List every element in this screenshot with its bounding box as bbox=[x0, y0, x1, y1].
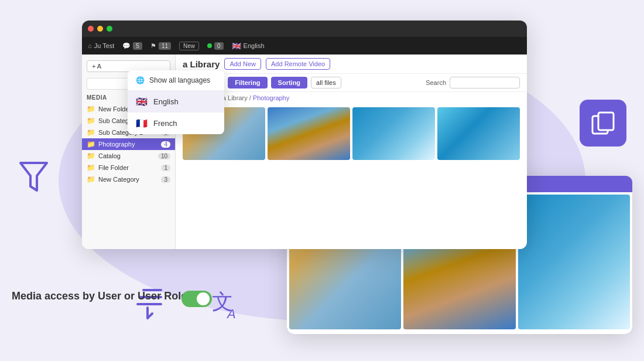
nav-home[interactable]: ⌂ Ju Test bbox=[88, 42, 114, 49]
sidebar-label: New Category bbox=[98, 176, 158, 183]
globe-icon: 🌐 bbox=[136, 76, 145, 84]
nav-comments[interactable]: 💬 5 bbox=[122, 42, 142, 50]
folder-icon: 📁 bbox=[87, 152, 95, 160]
toggle-container[interactable] bbox=[181, 291, 212, 307]
sorting-button[interactable]: Sorting bbox=[271, 77, 308, 88]
language-dropdown: 🌐 Show all languages 🇬🇧 English 🇫🇷 Frenc… bbox=[128, 70, 224, 134]
main-content: a Library Add New Add Remote Video Bulk … bbox=[176, 55, 527, 249]
add-new-button[interactable]: Add New bbox=[224, 58, 261, 70]
photo-underwater[interactable] bbox=[268, 107, 350, 160]
sidebar-count: 4 bbox=[161, 141, 170, 148]
photo-grid bbox=[176, 104, 527, 164]
nav-bar: ⌂ Ju Test 💬 5 ⚑ 11 New 0 🇬🇧 English bbox=[82, 37, 527, 55]
language-option-french[interactable]: 🇫🇷 French bbox=[128, 113, 224, 134]
search-label: Search bbox=[426, 79, 446, 86]
filter-icon bbox=[18, 158, 50, 203]
dot-yellow bbox=[97, 26, 103, 32]
notification-icon: ⚑ bbox=[150, 42, 156, 50]
translate-icon: 文 A bbox=[211, 287, 246, 329]
sidebar-item-filefolder[interactable]: 📁 File Folder 1 bbox=[82, 162, 175, 173]
filtering-button[interactable]: Filtering bbox=[228, 77, 267, 88]
folder-icon: 📁 bbox=[87, 140, 95, 148]
french-label: French bbox=[153, 119, 177, 128]
bottom-text: Media access by User or User Role bbox=[12, 290, 187, 302]
svg-text:A: A bbox=[226, 306, 236, 321]
photo-boat-2 bbox=[518, 195, 630, 329]
comments-count: 5 bbox=[133, 42, 142, 50]
nav-site-name: Ju Test bbox=[94, 42, 115, 49]
copy-icon-box bbox=[580, 100, 626, 147]
folder-icon: 📁 bbox=[87, 164, 95, 172]
dot-red bbox=[88, 26, 94, 32]
bottom-text-label: Media access by User or User Role bbox=[12, 290, 187, 302]
add-remote-video-button[interactable]: Add Remote Video bbox=[266, 58, 330, 70]
online-dot bbox=[207, 43, 212, 48]
search-input[interactable] bbox=[450, 77, 520, 88]
language-option-english[interactable]: 🇬🇧 English bbox=[128, 91, 224, 113]
sidebar-label: File Folder bbox=[98, 164, 158, 171]
folder-icon: 📁 bbox=[87, 175, 95, 183]
english-label: English bbox=[153, 97, 179, 106]
nav-lang-label: English bbox=[244, 42, 265, 49]
photo-boat[interactable] bbox=[352, 107, 435, 160]
sidebar-item-photography[interactable]: 📁 Photography 4 bbox=[82, 138, 175, 150]
nav-zero: 0 bbox=[207, 42, 224, 50]
access-toggle[interactable] bbox=[181, 291, 212, 307]
folder-icon: 📁 bbox=[87, 117, 95, 125]
media-header: a Library Add New Add Remote Video bbox=[176, 55, 527, 74]
sidebar-label: Catalog bbox=[98, 152, 155, 159]
show-all-languages[interactable]: 🌐 Show all languages bbox=[128, 70, 224, 91]
home-icon: ⌂ bbox=[88, 42, 92, 49]
browser-titlebar bbox=[82, 21, 527, 37]
media-library-title: a Library bbox=[183, 59, 220, 69]
main-browser-window: ⌂ Ju Test 💬 5 ⚑ 11 New 0 🇬🇧 English + A … bbox=[82, 21, 527, 249]
zero-badge: 0 bbox=[214, 42, 224, 50]
svg-rect-6 bbox=[598, 113, 614, 130]
photo-wave[interactable] bbox=[437, 107, 520, 160]
nav-language[interactable]: 🇬🇧 English bbox=[232, 42, 265, 50]
breadcrumb-current: Photography bbox=[253, 94, 289, 101]
sidebar-count: 1 bbox=[161, 165, 170, 171]
english-flag: 🇬🇧 bbox=[136, 96, 148, 107]
notifications-count: 11 bbox=[159, 42, 171, 50]
dot-green bbox=[107, 26, 112, 32]
all-files-button[interactable]: all files bbox=[311, 77, 341, 88]
folder-icon: 📁 bbox=[87, 105, 95, 113]
sidebar-count: 3 bbox=[161, 176, 170, 183]
sidebar-item-catalog[interactable]: 📁 Catalog 10 bbox=[82, 150, 175, 162]
sidebar-count: 10 bbox=[158, 153, 170, 159]
sidebar-label: Photography bbox=[98, 141, 158, 148]
sidebar-item-newcategory[interactable]: 📁 New Category 3 bbox=[82, 173, 175, 185]
comment-icon: 💬 bbox=[122, 42, 131, 50]
nav-new-button[interactable]: New bbox=[179, 42, 199, 50]
folder-icon: 📁 bbox=[87, 128, 95, 137]
nav-notifications[interactable]: ⚑ 11 bbox=[150, 42, 171, 50]
toolbar: Bulk select Filtering Sorting all files … bbox=[176, 74, 527, 92]
french-flag: 🇫🇷 bbox=[136, 118, 148, 129]
nav-flag: 🇬🇧 bbox=[232, 42, 241, 50]
show-all-label: Show all languages bbox=[149, 76, 210, 84]
breadcrumb: re here : Media Library / Photography bbox=[176, 92, 527, 104]
